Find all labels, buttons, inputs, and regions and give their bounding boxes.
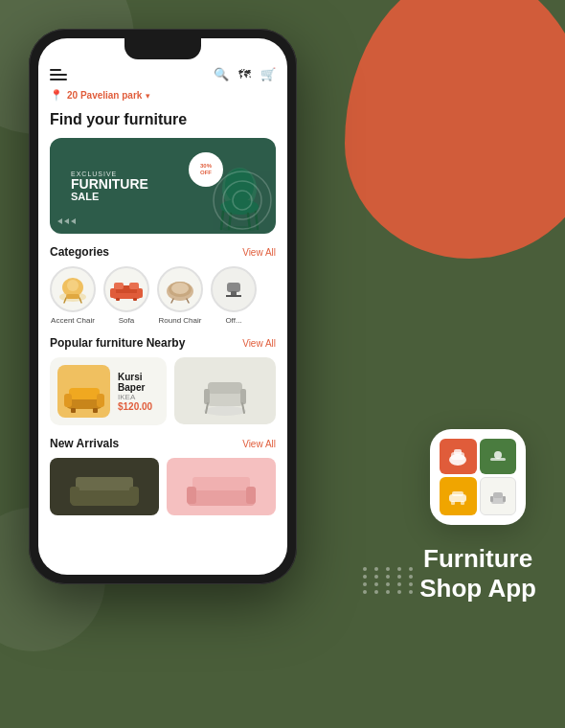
svg-line-41	[171, 299, 173, 303]
product-price: $120.00	[118, 401, 159, 412]
app-title: Furniture Shop App	[419, 544, 536, 603]
svg-rect-7	[451, 501, 455, 505]
popular-product-info: Kursi Baper IKEA $120.00	[118, 372, 159, 412]
round-chair-label: Round Chair	[159, 316, 202, 325]
office-label: Off...	[225, 316, 241, 325]
svg-rect-66	[246, 487, 256, 504]
svg-point-23	[233, 191, 252, 210]
arrival-card-1[interactable]	[50, 458, 159, 515]
svg-rect-10	[493, 492, 503, 498]
svg-rect-54	[208, 382, 242, 394]
svg-rect-49	[97, 394, 104, 407]
phone-mockup: 🔍 🗺 🛒 📍 20 Pavelian park ▾ Find your fur…	[29, 29, 297, 699]
banner-text: EXCLUSIVE FURNITURE SALE	[61, 171, 148, 202]
svg-point-3	[494, 451, 502, 459]
page-title: Find your furniture	[50, 111, 276, 128]
svg-rect-50	[71, 408, 76, 413]
svg-rect-11	[490, 496, 493, 502]
svg-rect-61	[70, 487, 79, 504]
app-icon-cell-1	[440, 439, 477, 475]
dots-decoration	[363, 567, 417, 594]
phone-notch	[124, 38, 201, 59]
app-icon	[430, 429, 526, 525]
svg-rect-34	[116, 298, 120, 301]
svg-point-22	[223, 181, 261, 219]
popular-card-2[interactable]	[174, 357, 276, 424]
svg-rect-51	[93, 408, 98, 413]
location-pin-icon: 📍	[50, 89, 63, 102]
svg-rect-35	[133, 298, 137, 301]
svg-rect-36	[114, 283, 124, 289]
category-office[interactable]: Off...	[211, 266, 257, 325]
sofa-label: Sofa	[119, 316, 134, 325]
svg-line-42	[187, 299, 189, 303]
svg-point-21	[214, 171, 271, 229]
popular-card-1[interactable]: Kursi Baper IKEA $120.00	[50, 357, 167, 425]
svg-rect-55	[204, 389, 210, 404]
svg-rect-62	[129, 487, 139, 504]
location-bar[interactable]: 📍 20 Pavelian park ▾	[50, 89, 276, 102]
popular-product-image	[57, 365, 110, 418]
svg-rect-6	[452, 491, 463, 496]
svg-rect-56	[240, 389, 246, 404]
popular-title: Popular furniture Nearby	[50, 336, 185, 350]
promo-banner[interactable]: EXCLUSIVE FURNITURE SALE 30% OFF	[50, 138, 276, 234]
categories-view-all[interactable]: View All	[242, 247, 276, 258]
svg-rect-26	[66, 294, 79, 299]
product-name: Kursi Baper	[118, 372, 159, 393]
svg-rect-2	[454, 449, 462, 455]
svg-point-27	[67, 280, 79, 291]
popular-header: Popular furniture Nearby View All	[50, 336, 276, 350]
cart-icon[interactable]: 🛒	[260, 67, 276, 81]
product-brand: IKEA	[118, 393, 159, 401]
round-chair-circle	[157, 266, 203, 312]
svg-point-40	[171, 283, 189, 294]
app-icon-cell-3	[440, 477, 477, 515]
accent-chair-circle	[50, 266, 96, 312]
svg-rect-32	[110, 288, 116, 298]
phone-screen: 🔍 🗺 🛒 📍 20 Pavelian park ▾ Find your fur…	[38, 38, 287, 575]
svg-rect-37	[129, 283, 139, 289]
app-icon-cell-2	[480, 439, 517, 475]
right-panel: Furniture Shop App	[419, 429, 536, 603]
app-icon-cell-4	[480, 477, 517, 515]
office-circle	[211, 266, 257, 312]
svg-rect-48	[64, 394, 72, 407]
categories-title: Categories	[50, 245, 109, 259]
arrival-card-2[interactable]	[167, 458, 276, 515]
new-arrivals-row	[50, 458, 276, 515]
banner-sale-label: SALE	[71, 191, 148, 202]
svg-point-52	[204, 406, 246, 416]
category-accent-chair[interactable]: Accent Chair	[50, 266, 96, 325]
menu-icon[interactable]	[50, 69, 67, 80]
sofa-circle	[103, 266, 149, 312]
svg-rect-65	[187, 487, 196, 504]
svg-rect-47	[69, 388, 100, 399]
bg-decoration-coral	[345, 0, 565, 259]
popular-row: Kursi Baper IKEA $120.00	[50, 357, 276, 425]
location-text: 20 Pavelian park	[67, 90, 142, 101]
banner-arrows	[57, 218, 76, 224]
map-icon[interactable]: 🗺	[238, 67, 251, 81]
banner-furniture-label: FURNITURE	[71, 177, 148, 191]
svg-rect-4	[490, 458, 506, 461]
accent-chair-label: Accent Chair	[51, 316, 95, 325]
search-icon[interactable]: 🔍	[214, 67, 229, 81]
banner-exclusive-label: EXCLUSIVE	[71, 171, 148, 177]
location-dropdown-icon: ▾	[146, 91, 150, 101]
new-arrivals-view-all[interactable]: View All	[242, 439, 276, 449]
categories-header: Categories View All	[50, 245, 276, 259]
category-round-chair[interactable]: Round Chair	[157, 266, 203, 325]
categories-row: Accent Chair	[50, 266, 276, 325]
popular-view-all[interactable]: View All	[242, 338, 276, 349]
new-arrivals-title: New Arrivals	[50, 437, 119, 450]
svg-rect-33	[137, 288, 143, 298]
svg-rect-8	[461, 501, 464, 505]
svg-rect-12	[503, 496, 506, 502]
svg-rect-64	[192, 477, 250, 490]
svg-rect-43	[227, 283, 240, 292]
svg-rect-60	[76, 477, 133, 490]
top-bar: 🔍 🗺 🛒	[50, 67, 276, 81]
new-arrivals-header: New Arrivals View All	[50, 437, 276, 450]
category-sofa[interactable]: Sofa	[103, 266, 149, 325]
